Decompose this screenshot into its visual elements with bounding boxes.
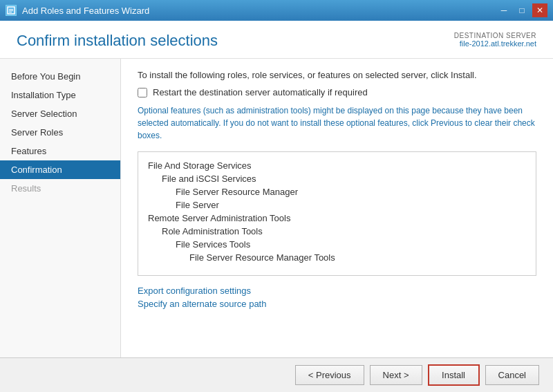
alternate-source-link[interactable]: Specify an alternate source path (138, 299, 536, 309)
svg-rect-1 (9, 9, 13, 10)
optional-note: Optional features (such as administratio… (138, 104, 536, 142)
sidebar-item-installation-type[interactable]: Installation Type (0, 86, 120, 104)
restart-checkbox-label[interactable]: Restart the destination server automatic… (153, 87, 368, 97)
destination-label: DESTINATION SERVER (454, 32, 536, 39)
restart-checkbox-row: Restart the destination server automatic… (138, 87, 536, 97)
links-area: Export configuration settings Specify an… (138, 286, 536, 309)
sidebar-item-server-roles[interactable]: Server Roles (0, 123, 120, 142)
minimize-button[interactable]: ─ (496, 3, 512, 17)
app-icon (6, 5, 17, 16)
install-button[interactable]: Install (428, 364, 480, 386)
page-title: Confirm installation selections (17, 32, 218, 50)
sidebar-item-features[interactable]: Features (0, 142, 120, 160)
svg-rect-3 (9, 12, 12, 12)
list-item: File Services Tools (176, 238, 526, 251)
window-controls: ─ □ ✕ (496, 3, 547, 17)
maximize-button[interactable]: □ (514, 3, 529, 17)
list-item: File and iSCSI Services (162, 172, 526, 185)
sidebar-item-results: Results (0, 179, 120, 198)
sidebar-item-before-you-begin[interactable]: Before You Begin (0, 67, 120, 86)
sidebar-item-confirmation[interactable]: Confirmation (0, 160, 120, 179)
install-instruction: To install the following roles, role ser… (138, 70, 536, 80)
main-window: Confirm installation selections DESTINAT… (0, 21, 553, 392)
main-content-area: To install the following roles, role ser… (121, 59, 553, 357)
titlebar: Add Roles and Features Wizard ─ □ ✕ (0, 0, 553, 21)
sidebar: Before You Begin Installation Type Serve… (0, 59, 121, 357)
cancel-button[interactable]: Cancel (485, 365, 539, 385)
window-title: Add Roles and Features Wizard (22, 6, 149, 16)
list-item: File Server (176, 198, 526, 212)
content-area: Before You Begin Installation Type Serve… (0, 59, 553, 357)
next-button[interactable]: Next > (370, 365, 422, 385)
list-item: Remote Server Administration Tools (148, 212, 526, 225)
page-header: Confirm installation selections DESTINAT… (0, 21, 553, 59)
export-config-link[interactable]: Export configuration settings (138, 286, 536, 296)
svg-rect-2 (9, 10, 13, 11)
close-button[interactable]: ✕ (532, 3, 547, 17)
destination-name: file-2012.atl.trekker.net (454, 39, 536, 48)
feature-list-box: File And Storage Services File and iSCSI… (138, 151, 536, 276)
list-item: File And Storage Services (148, 159, 526, 172)
list-item: File Server Resource Manager (176, 185, 526, 198)
list-item: Role Administration Tools (162, 225, 526, 238)
destination-server-info: DESTINATION SERVER file-2012.atl.trekker… (454, 32, 536, 48)
restart-checkbox[interactable] (138, 88, 147, 97)
footer-buttons: < Previous Next > Install Cancel (0, 357, 553, 392)
list-item: File Server Resource Manager Tools (189, 251, 526, 264)
sidebar-item-server-selection[interactable]: Server Selection (0, 104, 120, 123)
previous-button[interactable]: < Previous (295, 365, 364, 385)
